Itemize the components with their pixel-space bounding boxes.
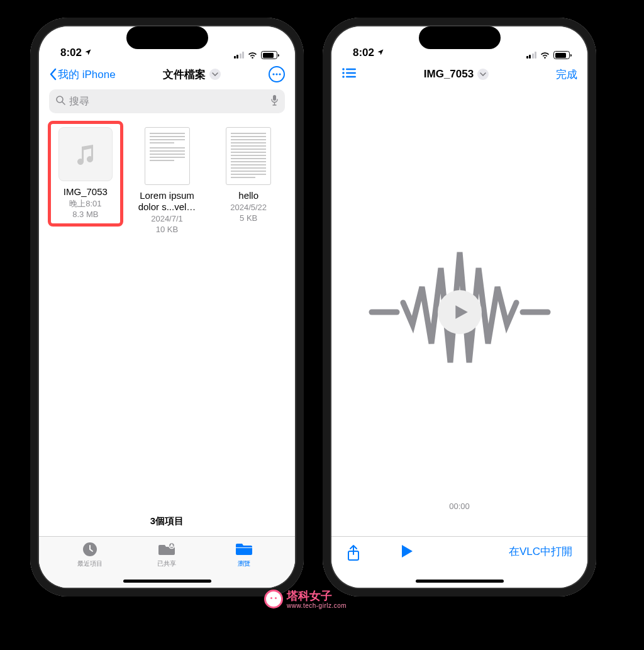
svg-rect-10 (346, 69, 356, 70)
phone-right: 8:02 IMG_7053 (323, 18, 596, 597)
status-time: 8:02 (353, 47, 374, 59)
file-name: Lorem ipsum dolor s...vel… (131, 190, 204, 213)
location-icon (84, 48, 92, 58)
back-button[interactable]: 我的 iPhone (49, 67, 116, 82)
dynamic-island (419, 26, 501, 49)
file-item-doc[interactable]: hello 2024/5/22 5 KB (211, 123, 286, 230)
list-button[interactable] (341, 67, 357, 81)
svg-point-9 (342, 68, 345, 70)
file-name: IMG_7053 (49, 186, 122, 198)
svg-line-4 (62, 102, 65, 104)
play-toolbar-button[interactable] (401, 544, 413, 561)
watermark-title: 塔科女子 (287, 590, 332, 602)
file-date: 2024/7/1 (131, 214, 204, 225)
back-label: 我的 iPhone (58, 67, 116, 82)
svg-point-0 (272, 73, 274, 75)
svg-point-1 (275, 73, 277, 75)
nav-title[interactable]: IMG_7053 (424, 68, 489, 81)
svg-point-13 (342, 76, 345, 78)
phone-left: 8:02 我的 iPhone (30, 18, 304, 597)
wifi-icon (540, 51, 550, 59)
file-grid: IMG_7053 晚上8:01 8.3 MB Lorem ipsum dolor… (39, 120, 295, 245)
svg-rect-5 (273, 95, 276, 101)
share-button[interactable] (347, 544, 360, 564)
more-button[interactable] (269, 66, 285, 82)
file-size: 8.3 MB (49, 210, 122, 220)
svg-rect-14 (346, 76, 356, 77)
tab-browse[interactable]: 瀏覽 (219, 541, 269, 588)
waveform-icon (365, 243, 554, 381)
folder-icon (235, 541, 253, 558)
watermark-subtitle: www.tech-girlz.com (287, 602, 347, 609)
nav-bar: IMG_7053 完成 (331, 60, 587, 88)
tab-recent[interactable]: 最近項目 (65, 541, 115, 588)
music-icon (58, 127, 113, 181)
svg-point-11 (342, 72, 345, 74)
cellular-icon (234, 52, 245, 59)
file-item-audio[interactable]: IMG_7053 晚上8:01 8.3 MB (48, 123, 123, 227)
wifi-icon (247, 51, 258, 59)
mascot-icon (264, 590, 283, 608)
search-icon (55, 95, 65, 108)
file-size: 5 KB (212, 213, 285, 224)
status-time: 8:02 (60, 47, 82, 59)
home-indicator[interactable] (416, 580, 504, 583)
document-icon (145, 127, 190, 185)
watermark: 塔科女子 www.tech-girlz.com (264, 588, 347, 609)
home-indicator[interactable] (123, 580, 211, 583)
nav-bar: 我的 iPhone 文件檔案 (39, 60, 295, 88)
audio-preview (331, 88, 587, 536)
file-date: 晚上8:01 (49, 199, 122, 210)
file-name: hello (212, 190, 285, 201)
file-size: 10 KB (131, 225, 204, 235)
file-item-doc[interactable]: Lorem ipsum dolor s...vel… 2024/7/1 10 K… (130, 123, 205, 242)
timecode: 00:00 (331, 502, 587, 511)
svg-rect-12 (346, 72, 356, 74)
mic-icon[interactable] (270, 94, 279, 108)
item-count: 3個項目 (39, 515, 295, 527)
file-date: 2024/5/22 (212, 203, 285, 213)
chevron-down-icon (477, 69, 489, 80)
open-in-button[interactable]: 在VLC中打開 (509, 544, 572, 559)
search-input[interactable]: 搜尋 (49, 89, 285, 113)
play-button[interactable] (438, 290, 482, 334)
chevron-down-icon (209, 69, 221, 80)
shared-folder-icon (157, 541, 176, 558)
dynamic-island (126, 26, 208, 49)
search-placeholder: 搜尋 (69, 95, 89, 108)
done-button[interactable]: 完成 (556, 67, 577, 82)
clock-icon (82, 541, 98, 558)
battery-icon (553, 51, 570, 59)
svg-point-2 (279, 73, 280, 75)
location-icon (377, 48, 384, 58)
nav-title[interactable]: 文件檔案 (163, 67, 221, 82)
document-icon (226, 127, 271, 185)
cellular-icon (526, 52, 537, 59)
battery-icon (261, 51, 277, 59)
